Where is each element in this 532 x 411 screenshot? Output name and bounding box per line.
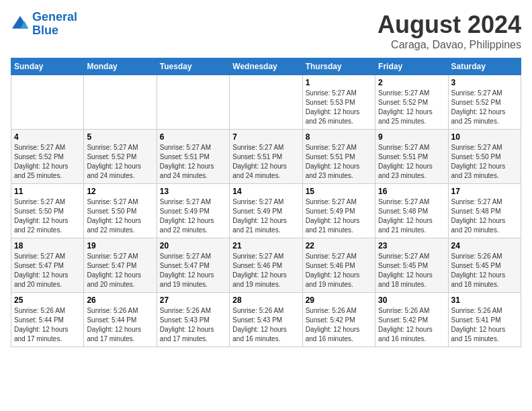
calendar-cell: 1Sunrise: 5:27 AM Sunset: 5:53 PM Daylig… (302, 75, 375, 130)
calendar-week-row: 11Sunrise: 5:27 AM Sunset: 5:50 PM Dayli… (11, 184, 521, 238)
day-header-tuesday: Tuesday (157, 58, 229, 75)
header: General Blue August 2024 Caraga, Davao, … (11, 11, 521, 51)
day-number: 22 (306, 241, 372, 250)
day-info: Sunrise: 5:27 AM Sunset: 5:50 PM Dayligh… (14, 197, 81, 235)
calendar-cell: 7Sunrise: 5:27 AM Sunset: 5:51 PM Daylig… (230, 130, 302, 184)
day-number: 25 (14, 295, 81, 305)
day-info: Sunrise: 5:26 AM Sunset: 5:45 PM Dayligh… (451, 252, 518, 289)
calendar-cell: 22Sunrise: 5:27 AM Sunset: 5:46 PM Dayli… (302, 238, 375, 293)
day-info: Sunrise: 5:27 AM Sunset: 5:51 PM Dayligh… (378, 143, 445, 181)
day-number: 26 (87, 295, 153, 305)
calendar-table: SundayMondayTuesdayWednesdayThursdayFrid… (11, 58, 521, 347)
day-number: 19 (87, 241, 153, 250)
logo: General Blue (11, 11, 77, 38)
calendar-cell: 21Sunrise: 5:27 AM Sunset: 5:46 PM Dayli… (230, 238, 302, 293)
day-info: Sunrise: 5:27 AM Sunset: 5:48 PM Dayligh… (451, 197, 518, 235)
day-number: 2 (378, 78, 445, 87)
day-number: 8 (306, 132, 372, 142)
day-info: Sunrise: 5:27 AM Sunset: 5:52 PM Dayligh… (14, 143, 81, 181)
day-number: 6 (160, 132, 226, 142)
day-info: Sunrise: 5:26 AM Sunset: 5:44 PM Dayligh… (14, 306, 81, 344)
calendar-cell: 2Sunrise: 5:27 AM Sunset: 5:52 PM Daylig… (375, 75, 448, 130)
day-number: 24 (451, 241, 518, 250)
day-header-monday: Monday (84, 58, 157, 75)
day-number: 4 (14, 132, 81, 142)
calendar-cell: 3Sunrise: 5:27 AM Sunset: 5:52 PM Daylig… (448, 75, 521, 130)
calendar-cell: 13Sunrise: 5:27 AM Sunset: 5:49 PM Dayli… (157, 184, 229, 238)
day-info: Sunrise: 5:26 AM Sunset: 5:43 PM Dayligh… (160, 306, 226, 344)
day-info: Sunrise: 5:27 AM Sunset: 5:50 PM Dayligh… (87, 197, 153, 235)
calendar-cell: 26Sunrise: 5:26 AM Sunset: 5:44 PM Dayli… (84, 293, 157, 347)
day-info: Sunrise: 5:27 AM Sunset: 5:51 PM Dayligh… (306, 143, 372, 181)
calendar-cell: 6Sunrise: 5:27 AM Sunset: 5:51 PM Daylig… (157, 130, 229, 184)
day-info: Sunrise: 5:27 AM Sunset: 5:52 PM Dayligh… (378, 89, 445, 126)
calendar-cell: 30Sunrise: 5:26 AM Sunset: 5:42 PM Dayli… (375, 293, 448, 347)
calendar-cell: 19Sunrise: 5:27 AM Sunset: 5:47 PM Dayli… (84, 238, 157, 293)
calendar-cell: 17Sunrise: 5:27 AM Sunset: 5:48 PM Dayli… (448, 184, 521, 238)
calendar-week-row: 4Sunrise: 5:27 AM Sunset: 5:52 PM Daylig… (11, 130, 521, 184)
day-info: Sunrise: 5:26 AM Sunset: 5:42 PM Dayligh… (378, 306, 445, 344)
day-info: Sunrise: 5:27 AM Sunset: 5:52 PM Dayligh… (451, 89, 518, 126)
calendar-cell: 23Sunrise: 5:27 AM Sunset: 5:45 PM Dayli… (375, 238, 448, 293)
day-info: Sunrise: 5:26 AM Sunset: 5:43 PM Dayligh… (232, 306, 299, 344)
day-number: 28 (232, 295, 299, 305)
day-number: 27 (160, 295, 226, 305)
title-area: August 2024 Caraga, Davao, Philippines (378, 11, 521, 51)
month-title: August 2024 (378, 11, 521, 39)
day-info: Sunrise: 5:27 AM Sunset: 5:46 PM Dayligh… (306, 252, 372, 289)
day-number: 7 (232, 132, 299, 142)
day-number: 3 (451, 78, 518, 87)
day-number: 30 (378, 295, 445, 305)
day-info: Sunrise: 5:27 AM Sunset: 5:51 PM Dayligh… (232, 143, 299, 181)
logo-blue: Blue (32, 24, 58, 37)
calendar-cell: 27Sunrise: 5:26 AM Sunset: 5:43 PM Dayli… (157, 293, 229, 347)
day-number: 20 (160, 241, 226, 250)
day-info: Sunrise: 5:27 AM Sunset: 5:47 PM Dayligh… (87, 252, 153, 289)
day-info: Sunrise: 5:27 AM Sunset: 5:49 PM Dayligh… (306, 197, 372, 235)
day-info: Sunrise: 5:27 AM Sunset: 5:47 PM Dayligh… (160, 252, 226, 289)
day-info: Sunrise: 5:27 AM Sunset: 5:49 PM Dayligh… (232, 197, 299, 235)
day-info: Sunrise: 5:27 AM Sunset: 5:53 PM Dayligh… (306, 89, 372, 126)
day-info: Sunrise: 5:27 AM Sunset: 5:49 PM Dayligh… (160, 197, 226, 235)
day-info: Sunrise: 5:26 AM Sunset: 5:42 PM Dayligh… (306, 306, 372, 344)
day-number: 9 (378, 132, 445, 142)
location-subtitle: Caraga, Davao, Philippines (378, 39, 521, 51)
days-header-row: SundayMondayTuesdayWednesdayThursdayFrid… (11, 58, 521, 75)
day-number: 10 (451, 132, 518, 142)
day-info: Sunrise: 5:26 AM Sunset: 5:44 PM Dayligh… (87, 306, 153, 344)
day-header-saturday: Saturday (448, 58, 521, 75)
day-header-thursday: Thursday (302, 58, 375, 75)
day-number: 1 (306, 78, 372, 87)
calendar-cell: 5Sunrise: 5:27 AM Sunset: 5:52 PM Daylig… (84, 130, 157, 184)
calendar-cell: 8Sunrise: 5:27 AM Sunset: 5:51 PM Daylig… (302, 130, 375, 184)
day-number: 16 (378, 187, 445, 196)
day-header-wednesday: Wednesday (230, 58, 302, 75)
day-number: 18 (14, 241, 81, 250)
day-number: 15 (306, 187, 372, 196)
calendar-cell: 4Sunrise: 5:27 AM Sunset: 5:52 PM Daylig… (11, 130, 84, 184)
calendar-cell: 11Sunrise: 5:27 AM Sunset: 5:50 PM Dayli… (11, 184, 84, 238)
day-info: Sunrise: 5:27 AM Sunset: 5:48 PM Dayligh… (378, 197, 445, 235)
day-info: Sunrise: 5:27 AM Sunset: 5:52 PM Dayligh… (87, 143, 153, 181)
calendar-cell: 28Sunrise: 5:26 AM Sunset: 5:43 PM Dayli… (230, 293, 302, 347)
calendar-cell: 31Sunrise: 5:26 AM Sunset: 5:41 PM Dayli… (448, 293, 521, 347)
day-header-friday: Friday (375, 58, 448, 75)
calendar-cell (157, 75, 229, 130)
calendar-week-row: 18Sunrise: 5:27 AM Sunset: 5:47 PM Dayli… (11, 238, 521, 293)
calendar-cell: 29Sunrise: 5:26 AM Sunset: 5:42 PM Dayli… (302, 293, 375, 347)
logo-icon (11, 15, 30, 34)
day-info: Sunrise: 5:27 AM Sunset: 5:46 PM Dayligh… (232, 252, 299, 289)
day-info: Sunrise: 5:27 AM Sunset: 5:51 PM Dayligh… (160, 143, 226, 181)
day-header-sunday: Sunday (11, 58, 84, 75)
calendar-week-row: 25Sunrise: 5:26 AM Sunset: 5:44 PM Dayli… (11, 293, 521, 347)
day-number: 13 (160, 187, 226, 196)
day-number: 23 (378, 241, 445, 250)
day-info: Sunrise: 5:26 AM Sunset: 5:41 PM Dayligh… (451, 306, 518, 344)
day-number: 11 (14, 187, 81, 196)
logo-general: General (32, 10, 77, 24)
day-number: 17 (451, 187, 518, 196)
calendar-cell: 18Sunrise: 5:27 AM Sunset: 5:47 PM Dayli… (11, 238, 84, 293)
day-number: 21 (232, 241, 299, 250)
calendar-cell: 9Sunrise: 5:27 AM Sunset: 5:51 PM Daylig… (375, 130, 448, 184)
calendar-cell: 12Sunrise: 5:27 AM Sunset: 5:50 PM Dayli… (84, 184, 157, 238)
